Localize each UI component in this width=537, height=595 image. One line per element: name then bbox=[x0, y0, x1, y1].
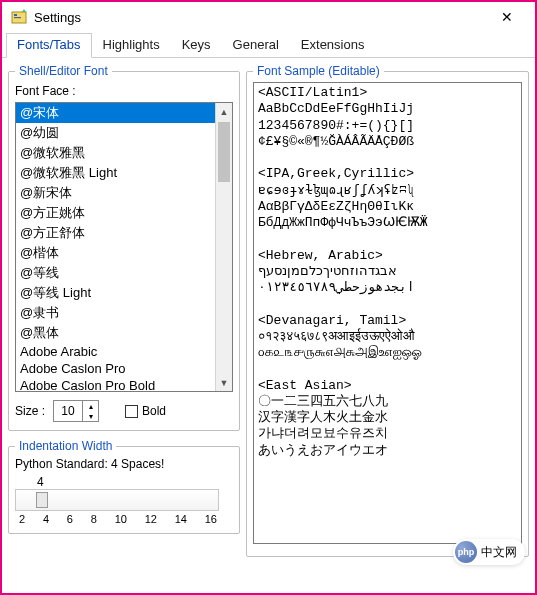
checkbox-box[interactable] bbox=[125, 405, 138, 418]
size-label: Size : bbox=[15, 404, 45, 418]
close-button[interactable]: ✕ bbox=[487, 9, 527, 25]
font-panel: Shell/Editor Font Font Face : @宋体 @幼圆 @微… bbox=[8, 64, 240, 431]
list-item[interactable]: @新宋体 bbox=[16, 183, 215, 203]
sample-panel-legend: Font Sample (Editable) bbox=[253, 64, 384, 78]
watermark-badge: php 中文网 bbox=[453, 539, 525, 565]
font-listbox[interactable]: @宋体 @幼圆 @微软雅黑 @微软雅黑 Light @新宋体 @方正姚体 @方正… bbox=[16, 103, 215, 391]
list-item[interactable]: @宋体 bbox=[16, 103, 215, 123]
list-item[interactable]: Adobe Caslon Pro bbox=[16, 360, 215, 377]
bold-label: Bold bbox=[142, 404, 166, 418]
indent-value: 4 bbox=[15, 475, 219, 489]
font-panel-legend: Shell/Editor Font bbox=[15, 64, 112, 78]
size-spinner[interactable]: ▴ ▾ bbox=[53, 400, 99, 422]
window-title: Settings bbox=[34, 10, 487, 25]
bold-checkbox[interactable]: Bold bbox=[125, 404, 166, 418]
size-input[interactable] bbox=[54, 401, 82, 421]
indent-panel: Indentation Width Python Standard: 4 Spa… bbox=[8, 439, 240, 534]
tab-general[interactable]: General bbox=[222, 33, 290, 58]
svg-rect-1 bbox=[14, 14, 17, 16]
watermark-text: 中文网 bbox=[481, 544, 517, 561]
list-item[interactable]: @隶书 bbox=[16, 303, 215, 323]
scroll-thumb[interactable] bbox=[218, 122, 230, 182]
list-item[interactable]: @等线 Light bbox=[16, 283, 215, 303]
list-item[interactable]: @方正舒体 bbox=[16, 223, 215, 243]
scrollbar[interactable]: ▲ ▼ bbox=[215, 103, 232, 391]
tab-highlights[interactable]: Highlights bbox=[92, 33, 171, 58]
chevron-up-icon[interactable]: ▴ bbox=[83, 401, 98, 411]
list-item[interactable]: @幼圆 bbox=[16, 123, 215, 143]
list-item[interactable]: @微软雅黑 bbox=[16, 143, 215, 163]
list-item[interactable]: @黑体 bbox=[16, 323, 215, 343]
tab-extensions[interactable]: Extensions bbox=[290, 33, 376, 58]
font-face-label: Font Face : bbox=[15, 84, 233, 98]
list-item[interactable]: @方正姚体 bbox=[16, 203, 215, 223]
tab-fonts[interactable]: Fonts/Tabs bbox=[6, 33, 92, 58]
chevron-down-icon[interactable]: ▾ bbox=[83, 411, 98, 421]
list-item[interactable]: @等线 bbox=[16, 263, 215, 283]
app-icon bbox=[10, 8, 28, 26]
php-logo-icon: php bbox=[455, 541, 477, 563]
svg-rect-2 bbox=[14, 17, 21, 18]
list-item[interactable]: @微软雅黑 Light bbox=[16, 163, 215, 183]
indent-panel-legend: Indentation Width bbox=[15, 439, 116, 453]
list-item[interactable]: Adobe Caslon Pro Bold bbox=[16, 377, 215, 391]
slider-knob[interactable] bbox=[36, 492, 48, 508]
sample-panel: Font Sample (Editable) bbox=[246, 64, 529, 557]
list-item[interactable]: Adobe Arabic bbox=[16, 343, 215, 360]
slider-ticks: 2 4 6 8 10 12 14 16 bbox=[15, 511, 219, 525]
scroll-up-icon[interactable]: ▲ bbox=[216, 103, 232, 120]
list-item[interactable]: @楷体 bbox=[16, 243, 215, 263]
tab-keys[interactable]: Keys bbox=[171, 33, 222, 58]
scroll-down-icon[interactable]: ▼ bbox=[216, 374, 232, 391]
indent-label: Python Standard: 4 Spaces! bbox=[15, 457, 233, 471]
titlebar: Settings ✕ bbox=[2, 2, 535, 32]
font-sample-textarea[interactable] bbox=[253, 82, 522, 544]
indent-slider[interactable] bbox=[15, 489, 219, 511]
tab-bar: Fonts/Tabs Highlights Keys General Exten… bbox=[2, 32, 535, 58]
